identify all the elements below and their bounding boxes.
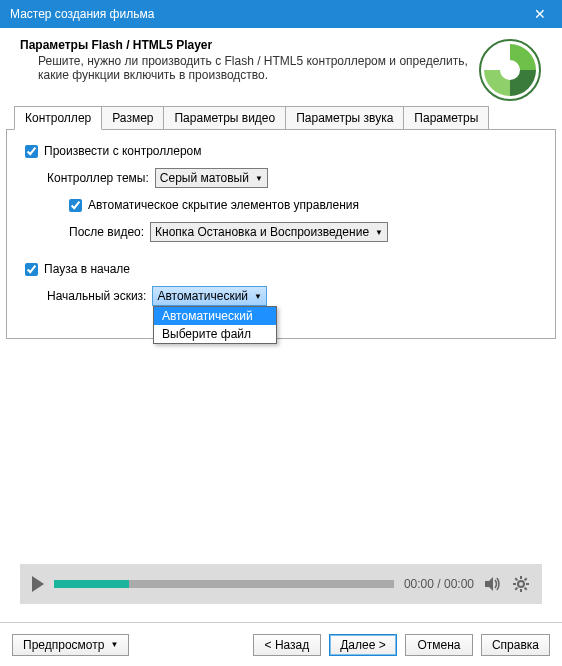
controller-theme-value: Серый матовый <box>160 171 249 185</box>
wizard-header: Параметры Flash / HTML5 Player Решите, н… <box>0 28 562 106</box>
tab-panel-controller: Произвести с контроллером Контроллер тем… <box>6 129 556 339</box>
produce-with-controller-checkbox[interactable] <box>25 145 38 158</box>
controller-theme-label: Контроллер темы: <box>47 171 149 185</box>
auto-hide-label: Автоматическое скрытие элементов управле… <box>88 198 359 212</box>
gear-icon[interactable] <box>512 575 530 593</box>
progress-fill <box>54 580 129 588</box>
header-description: Решите, нужно ли производить с Flash / H… <box>20 54 468 82</box>
thumb-select[interactable]: Автоматический ▼ <box>152 286 267 306</box>
svg-marker-1 <box>485 577 493 591</box>
thumb-option-auto[interactable]: Автоматический <box>154 307 276 325</box>
tab-size[interactable]: Размер <box>101 106 164 129</box>
preview-label: Предпросмотр <box>23 638 104 652</box>
svg-line-10 <box>525 578 527 580</box>
cancel-button[interactable]: Отмена <box>405 634 473 656</box>
tab-strip: Контроллер Размер Параметры видео Параме… <box>6 106 556 129</box>
chevron-down-icon: ▼ <box>375 228 383 237</box>
svg-line-9 <box>515 588 517 590</box>
after-video-label: После видео: <box>69 225 144 239</box>
thumb-dropdown: Автоматический Выберите файл <box>153 306 277 344</box>
svg-point-2 <box>518 581 524 587</box>
auto-hide-checkbox[interactable] <box>69 199 82 212</box>
time-display: 00:00 / 00:00 <box>404 577 474 591</box>
play-icon[interactable] <box>32 576 44 592</box>
pause-start-label: Пауза в начале <box>44 262 130 276</box>
chevron-down-icon: ▼ <box>255 174 263 183</box>
tab-audio-params[interactable]: Параметры звука <box>285 106 404 129</box>
wizard-footer: Предпросмотр ▼ < Назад Далее > Отмена Сп… <box>0 622 562 666</box>
thumb-label: Начальный эскиз: <box>47 289 146 303</box>
camtasia-logo-icon <box>478 38 542 102</box>
thumb-value: Автоматический <box>157 289 248 303</box>
pause-start-checkbox[interactable] <box>25 263 38 276</box>
help-button[interactable]: Справка <box>481 634 550 656</box>
next-button[interactable]: Далее > <box>329 634 397 656</box>
after-video-value: Кнопка Остановка и Воспроизведение <box>155 225 369 239</box>
back-button[interactable]: < Назад <box>253 634 321 656</box>
preview-player: 00:00 / 00:00 <box>20 564 542 604</box>
tab-params[interactable]: Параметры <box>403 106 489 129</box>
title-bar: Мастер создания фильма ✕ <box>0 0 562 28</box>
header-title: Параметры Flash / HTML5 Player <box>20 38 468 52</box>
close-icon[interactable]: ✕ <box>528 6 552 22</box>
svg-line-8 <box>525 588 527 590</box>
produce-with-controller-label: Произвести с контроллером <box>44 144 202 158</box>
progress-bar[interactable] <box>54 580 394 588</box>
svg-line-7 <box>515 578 517 580</box>
controller-theme-select[interactable]: Серый матовый ▼ <box>155 168 268 188</box>
after-video-select[interactable]: Кнопка Остановка и Воспроизведение ▼ <box>150 222 388 242</box>
chevron-down-icon: ▼ <box>254 292 262 301</box>
thumb-option-file[interactable]: Выберите файл <box>154 325 276 343</box>
tab-video-params[interactable]: Параметры видео <box>163 106 286 129</box>
preview-button[interactable]: Предпросмотр ▼ <box>12 634 129 656</box>
tab-controller[interactable]: Контроллер <box>14 106 102 130</box>
chevron-down-icon: ▼ <box>110 640 118 649</box>
volume-icon[interactable] <box>484 575 502 593</box>
window-title: Мастер создания фильма <box>10 7 154 21</box>
